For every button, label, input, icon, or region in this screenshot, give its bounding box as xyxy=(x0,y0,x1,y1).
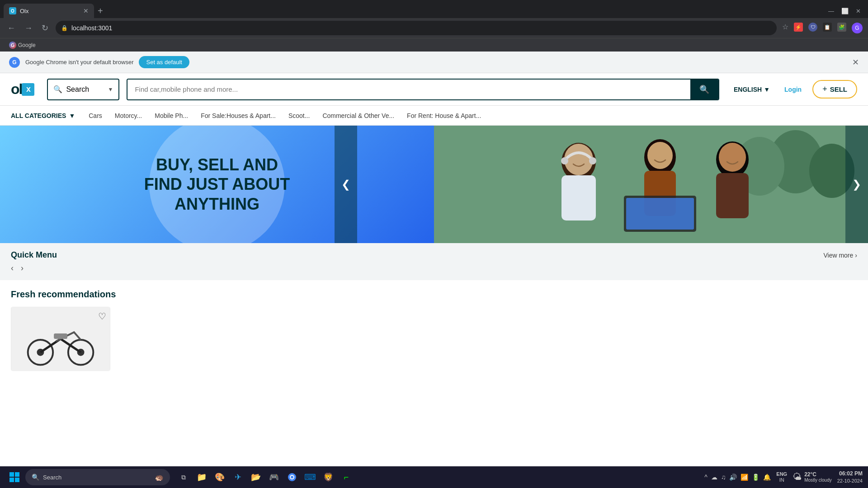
nav-link-mobile[interactable]: Mobile Ph... xyxy=(148,112,194,119)
hero-prev-btn[interactable]: ❮ xyxy=(335,126,357,243)
nav-link-houses-sale[interactable]: For Sale:Houses & Apart... xyxy=(194,112,282,119)
svg-rect-23 xyxy=(9,472,14,477)
task-view-btn[interactable]: ⧉ xyxy=(175,469,192,485)
taskbar-search[interactable]: 🔍 Search 🦔 xyxy=(25,469,170,485)
login-button[interactable]: Login xyxy=(784,86,802,93)
notification-icon[interactable]: 🔔 xyxy=(763,474,771,481)
new-tab-btn[interactable]: + xyxy=(98,6,103,16)
svg-rect-5 xyxy=(561,175,596,221)
window-controls: — ⬜ ✕ xyxy=(828,8,868,14)
wishlist-btn-1[interactable]: ♡ xyxy=(98,311,106,322)
minimize-btn[interactable]: — xyxy=(828,8,834,14)
bookmarks-bar: G Google xyxy=(0,38,868,52)
nav-link-houses-rent[interactable]: For Rent: House & Apart... xyxy=(401,112,487,119)
weather-info: 22°C Mostly cloudy xyxy=(804,471,832,483)
discord-btn[interactable]: 🎮 xyxy=(266,469,282,485)
terminal-btn[interactable]: ⌐ xyxy=(338,469,354,485)
active-tab[interactable]: O Olx ✕ xyxy=(4,4,94,18)
search-button[interactable]: 🔍 xyxy=(690,80,718,99)
set-default-button[interactable]: Set as default xyxy=(139,56,189,68)
brave-btn[interactable]: 🦁 xyxy=(320,469,336,485)
hero-banner: BUY, SELL AND FIND JUST ABOUT ANYTHING xyxy=(0,126,868,243)
audio-icon[interactable]: ♫ xyxy=(721,474,726,481)
region-code: IN xyxy=(776,477,787,483)
extension-icon-1[interactable]: ⚡ xyxy=(794,23,803,32)
file-explorer-icon: 📁 xyxy=(197,472,207,482)
chevron-up-icon[interactable]: ^ xyxy=(704,474,708,481)
view-more-label: View more xyxy=(823,252,853,259)
people-svg xyxy=(434,126,868,243)
terminal-icon: ⌐ xyxy=(344,473,349,482)
search-input[interactable] xyxy=(127,80,690,99)
language-indicator[interactable]: ENG IN xyxy=(776,471,787,483)
logo-ol: ol xyxy=(11,81,22,98)
weather-widget[interactable]: 🌤 22°C Mostly cloudy xyxy=(793,471,832,483)
svg-rect-13 xyxy=(626,198,694,230)
all-categories-btn[interactable]: ALL CATEGORIES ▼ xyxy=(11,112,82,119)
category-search-icon: 🔍 xyxy=(53,85,62,94)
cloud-icon[interactable]: ☁ xyxy=(711,474,717,481)
paint-app-btn[interactable]: 🎨 xyxy=(212,469,228,485)
svg-rect-22 xyxy=(54,333,67,339)
quick-menu-prev-btn[interactable]: ‹ xyxy=(11,263,14,273)
brave-icon: 🦁 xyxy=(323,472,333,482)
quick-menu-next-btn[interactable]: › xyxy=(21,263,24,273)
svg-point-6 xyxy=(564,144,593,175)
fresh-title: Fresh recommendations xyxy=(11,289,857,300)
language-arrow-icon: ▼ xyxy=(764,86,770,93)
maximize-btn[interactable]: ⬜ xyxy=(841,8,849,14)
category-dropdown[interactable]: 🔍 Search ▼ xyxy=(47,79,119,100)
window-close-btn[interactable]: ✕ xyxy=(856,8,861,14)
sell-button[interactable]: + SELL xyxy=(812,80,857,99)
battery-icon[interactable]: 🔋 xyxy=(752,474,760,481)
file-explorer-btn[interactable]: 📁 xyxy=(193,469,210,485)
weather-desc: Mostly cloudy xyxy=(804,478,832,483)
taskbar: 🔍 Search 🦔 ⧉ 📁 🎨 ✈ 📂 🎮 xyxy=(0,466,868,488)
hero-text-line2: FIND JUST ABOUT xyxy=(144,174,290,194)
svg-point-11 xyxy=(647,142,673,169)
bookmark-google[interactable]: G Google xyxy=(5,41,39,50)
file-manager-btn[interactable]: 📂 xyxy=(248,469,264,485)
view-more-btn[interactable]: View more › xyxy=(823,252,857,259)
back-btn[interactable]: ← xyxy=(5,22,17,35)
chrome-icon xyxy=(288,473,297,482)
chevron-down-icon: ▼ xyxy=(108,86,113,93)
nav-link-motorcycles[interactable]: Motorcy... xyxy=(108,112,148,119)
quick-menu-section: Quick Menu View more › ‹ › xyxy=(0,243,868,280)
tab-favicon: O xyxy=(9,7,16,14)
svg-point-29 xyxy=(291,476,293,479)
nav-link-cars[interactable]: Cars xyxy=(82,112,108,119)
language-selector[interactable]: ENGLISH ▼ xyxy=(734,86,770,93)
all-categories-arrow: ▼ xyxy=(69,112,75,119)
extension-icon-3[interactable]: 📋 xyxy=(823,23,832,32)
extension-icon-4[interactable]: 🧩 xyxy=(837,23,846,32)
telegram-btn[interactable]: ✈ xyxy=(230,469,246,485)
view-more-arrow-icon: › xyxy=(855,252,857,259)
folder-icon: 📂 xyxy=(251,472,261,482)
tab-close-btn[interactable]: ✕ xyxy=(83,7,89,14)
profile-icon[interactable]: G xyxy=(852,23,863,33)
hero-next-btn[interactable]: ❯ xyxy=(845,126,868,243)
olx-logo[interactable]: ol x xyxy=(11,81,34,98)
forward-btn[interactable]: → xyxy=(23,22,34,35)
quick-menu-title: Quick Menu xyxy=(11,250,57,260)
volume-icon[interactable]: 🔊 xyxy=(729,474,737,481)
star-icon[interactable]: ☆ xyxy=(782,23,788,33)
browser-chrome: O Olx ✕ + — ⬜ ✕ ← → ↻ 🔒 localhost:3001 ☆… xyxy=(0,0,868,52)
quick-menu-header: Quick Menu View more › xyxy=(11,250,857,260)
address-bar[interactable]: 🔒 localhost:3001 xyxy=(56,21,777,35)
reload-btn[interactable]: ↻ xyxy=(40,21,50,35)
vscode-btn[interactable]: ⌨ xyxy=(302,469,318,485)
start-button[interactable] xyxy=(5,468,24,486)
nav-link-commercial[interactable]: Commercial & Other Ve... xyxy=(316,112,401,119)
clock[interactable]: 06:02 PM 22-10-2024 xyxy=(837,470,863,484)
weather-icon: 🌤 xyxy=(793,472,802,482)
nav-link-scooters[interactable]: Scoot... xyxy=(282,112,316,119)
chrome-btn[interactable] xyxy=(284,469,300,485)
logo-x: x xyxy=(22,83,34,96)
banner-close-btn[interactable]: ✕ xyxy=(852,57,859,67)
default-browser-banner: G Google Chrome isn't your default brows… xyxy=(0,52,868,73)
network-icon[interactable]: 📶 xyxy=(741,474,748,481)
extension-icon-2[interactable]: 🛡 xyxy=(808,23,817,32)
product-card-1[interactable]: ♡ xyxy=(11,307,110,371)
